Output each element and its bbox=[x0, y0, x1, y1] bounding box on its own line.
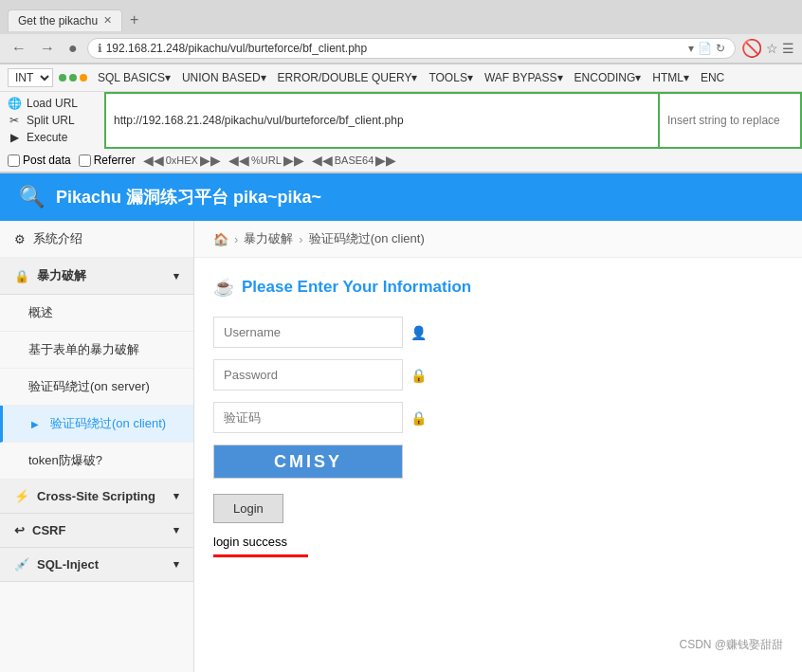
hackbar-left: 🌐 Load URL ✂ Split URL ▶ Execute bbox=[0, 92, 104, 149]
brute-force-icon: 🔒 bbox=[14, 269, 29, 283]
sql-icon: 💉 bbox=[14, 557, 29, 572]
content-inner: ☕ Please Enter Your Information 👤 🔒 🔒 CM… bbox=[194, 258, 802, 576]
split-url-label: Split URL bbox=[27, 114, 75, 127]
brute-force-arrow: ▾ bbox=[173, 270, 179, 282]
base64-arrow-right: ▶▶ bbox=[375, 153, 396, 168]
hackbar: INT SQL BASICS▾ UNION BASED▾ ERROR/DOUBL… bbox=[0, 64, 802, 173]
username-input[interactable] bbox=[213, 317, 403, 348]
brute-force-label: 暴力破解 bbox=[37, 267, 86, 284]
split-url-action[interactable]: ✂ Split URL bbox=[8, 113, 97, 128]
user-icon: 👤 bbox=[410, 325, 427, 340]
base64-label: BASE64 bbox=[335, 154, 374, 166]
section-title-text: Please Enter Your Information bbox=[242, 278, 471, 297]
hex-encode-button[interactable]: ◀◀ 0xHEX ▶▶ bbox=[143, 153, 221, 168]
base64-encode-button[interactable]: ◀◀ BASE64 ▶▶ bbox=[312, 153, 397, 168]
menu-button[interactable]: ☰ bbox=[782, 41, 794, 56]
hackbar-replace-input[interactable] bbox=[660, 92, 802, 149]
enc-menu[interactable]: ENC bbox=[696, 69, 729, 86]
page-icon: 📄 bbox=[698, 42, 712, 55]
post-data-label: Post data bbox=[23, 154, 71, 167]
tab-title: Get the pikachu bbox=[18, 14, 98, 27]
url-arrow-right: ▶▶ bbox=[283, 153, 304, 168]
url-encode-button[interactable]: ◀◀ %URL ▶▶ bbox=[228, 153, 304, 168]
addr-actions: 🚫 ☆ ☰ bbox=[741, 38, 794, 59]
breadcrumb-home[interactable]: 🏠 bbox=[213, 232, 228, 246]
token-label: token防爆破? bbox=[28, 452, 102, 469]
login-status-text: login success bbox=[213, 535, 287, 549]
username-group: 👤 bbox=[213, 317, 783, 348]
breadcrumb-section: 暴力破解 bbox=[244, 230, 293, 247]
sidebar-child-token[interactable]: token防爆破? bbox=[0, 443, 193, 480]
referrer-option[interactable]: Referrer bbox=[79, 154, 136, 167]
hackbar-url-input[interactable] bbox=[104, 92, 660, 149]
section-title-icon: ☕ bbox=[213, 277, 234, 298]
referrer-label: Referrer bbox=[94, 154, 136, 167]
login-button-group: Login bbox=[213, 490, 783, 523]
new-tab-button[interactable]: + bbox=[122, 8, 146, 32]
dot-green bbox=[59, 74, 66, 82]
breadcrumb: 🏠 › 暴力破解 › 验证码绕过(on client) bbox=[194, 221, 802, 258]
forward-button[interactable]: → bbox=[36, 38, 59, 59]
sidebar-child-overview[interactable]: 概述 bbox=[0, 295, 193, 332]
union-based-menu[interactable]: UNION BASED▾ bbox=[177, 69, 271, 86]
login-button[interactable]: Login bbox=[213, 494, 283, 523]
refresh-icon[interactable]: ↻ bbox=[716, 42, 725, 55]
address-box[interactable]: ℹ 192.168.21.248/pikachu/vul/burteforce/… bbox=[87, 38, 736, 59]
address-text: 192.168.21.248/pikachu/vul/burteforce/bf… bbox=[106, 42, 684, 55]
login-status: login success bbox=[213, 535, 783, 557]
tab-close-button[interactable]: ✕ bbox=[103, 14, 112, 27]
xss-icon: ⚡ bbox=[14, 489, 29, 503]
csrf-label: CSRF bbox=[32, 523, 65, 537]
sql-basics-menu[interactable]: SQL BASICS▾ bbox=[93, 69, 175, 86]
app-header: 🔍 Pikachu 漏洞练习平台 pika~pika~ bbox=[0, 173, 802, 221]
section-title: ☕ Please Enter Your Information bbox=[213, 277, 783, 298]
sidebar: ⚙ 系统介绍 🔒 暴力破解 ▾ 概述 基于表单的暴力破解 验证码绕过(on se… bbox=[0, 221, 194, 672]
bookmark-button[interactable]: ☆ bbox=[766, 41, 778, 56]
encoding-menu[interactable]: ENCODING▾ bbox=[570, 69, 647, 86]
form-brute-label: 基于表单的暴力破解 bbox=[28, 341, 139, 358]
xss-label: Cross-Site Scripting bbox=[37, 489, 155, 503]
sidebar-child-captcha-server[interactable]: 验证码绕过(on server) bbox=[0, 369, 193, 406]
hackbar-options: Post data Referrer ◀◀ 0xHEX ▶▶ ◀◀ %URL ▶… bbox=[0, 149, 802, 172]
load-url-action[interactable]: 🌐 Load URL bbox=[8, 96, 97, 111]
breadcrumb-sep-1: › bbox=[234, 232, 238, 246]
breadcrumb-sep-2: › bbox=[299, 232, 302, 246]
sidebar-section-sql[interactable]: 💉 SQL-Inject ▾ bbox=[0, 548, 193, 582]
password-input[interactable] bbox=[213, 359, 403, 390]
breadcrumb-current: 验证码绕过(on client) bbox=[309, 230, 425, 247]
sidebar-section-brute-force[interactable]: 🔒 暴力破解 ▾ bbox=[0, 258, 193, 295]
hex-arrow-right: ▶▶ bbox=[200, 153, 221, 168]
sidebar-section-csrf[interactable]: ↩ CSRF ▾ bbox=[0, 514, 193, 548]
hex-label: 0xHEX bbox=[166, 154, 198, 166]
execute-icon: ▶ bbox=[8, 131, 21, 144]
waf-bypass-menu[interactable]: WAF BYPASS▾ bbox=[480, 69, 568, 86]
hackbar-menu: INT SQL BASICS▾ UNION BASED▾ ERROR/DOUBL… bbox=[0, 64, 802, 92]
home-button[interactable]: ● bbox=[64, 38, 82, 59]
back-button[interactable]: ← bbox=[8, 38, 30, 59]
red-underline bbox=[213, 554, 308, 557]
dot-green-2 bbox=[69, 74, 77, 82]
sidebar-section-xss[interactable]: ⚡ Cross-Site Scripting ▾ bbox=[0, 480, 193, 514]
hackbar-url-area bbox=[104, 92, 802, 149]
int-select[interactable]: INT bbox=[8, 68, 53, 87]
sql-label: SQL-Inject bbox=[37, 557, 99, 572]
no-sign-icon: 🚫 bbox=[741, 38, 762, 59]
tools-menu[interactable]: TOOLS▾ bbox=[424, 69, 477, 86]
execute-action[interactable]: ▶ Execute bbox=[8, 130, 97, 145]
post-data-option[interactable]: Post data bbox=[8, 154, 71, 167]
html-menu[interactable]: HTML▾ bbox=[647, 69, 694, 86]
sidebar-child-form-brute[interactable]: 基于表单的暴力破解 bbox=[0, 332, 193, 369]
csrf-arrow: ▾ bbox=[173, 524, 179, 536]
execute-label: Execute bbox=[27, 131, 67, 144]
sidebar-child-captcha-client[interactable]: ▶ 验证码绕过(on client) bbox=[0, 406, 193, 443]
referrer-checkbox[interactable] bbox=[79, 154, 91, 167]
captcha-input[interactable] bbox=[213, 402, 403, 433]
sidebar-item-system-intro[interactable]: ⚙ 系统介绍 bbox=[0, 221, 193, 258]
post-data-checkbox[interactable] bbox=[8, 154, 20, 167]
content-area: 🏠 › 暴力破解 › 验证码绕过(on client) ☕ Please Ent… bbox=[194, 221, 802, 672]
browser-tab[interactable]: Get the pikachu ✕ bbox=[8, 9, 122, 31]
dropdown-icon: ▾ bbox=[688, 42, 694, 55]
error-double-query-menu[interactable]: ERROR/DOUBLE QUERY▾ bbox=[273, 69, 423, 86]
captcha-text: CMISY bbox=[274, 452, 342, 472]
captcha-image[interactable]: CMISY bbox=[213, 445, 403, 479]
